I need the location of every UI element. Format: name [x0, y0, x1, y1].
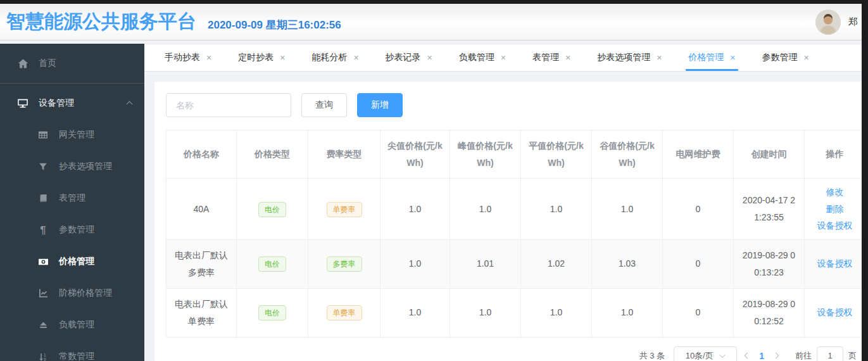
goto-unit: 页: [848, 350, 857, 361]
device-authorize-link[interactable]: 设备授权: [817, 307, 853, 317]
user-menu[interactable]: 郑: [815, 10, 858, 35]
device-authorize-link[interactable]: 设备授权: [817, 258, 853, 269]
chevron-down-icon: [719, 352, 726, 358]
price-management-panel: 查询 新增 价格名称 价格类型 费率类型 尖值价格(元/kW: [154, 82, 868, 361]
sidebar-item-label: 网关管理: [59, 129, 94, 141]
tab-price-management[interactable]: 价格管理 ×: [679, 44, 744, 71]
query-button[interactable]: 查询: [301, 93, 347, 117]
sidebar-item-device-management[interactable]: 设备管理: [0, 87, 144, 119]
cell-price-name: 40A: [167, 179, 237, 240]
tab-close-icon[interactable]: ×: [427, 53, 432, 62]
tab-reading-records[interactable]: 抄表记录 ×: [377, 44, 441, 71]
search-input[interactable]: [166, 93, 291, 117]
tab-close-icon[interactable]: ×: [565, 53, 570, 62]
tab-close-icon[interactable]: ×: [730, 53, 735, 62]
cell-rate-type: 多费率: [308, 239, 381, 288]
cell-peak-price: 1.01: [450, 239, 521, 288]
sidebar-item-parameter-management[interactable]: ¶ 参数管理: [0, 214, 144, 246]
tab-reading-options-management[interactable]: 抄表选项管理 ×: [588, 44, 670, 71]
username-text: 郑: [848, 16, 858, 28]
sidebar-item-tiered-price-management[interactable]: 阶梯价格管理: [0, 277, 144, 309]
eject-icon: [37, 320, 49, 330]
sidebar-item-load-management[interactable]: 负载管理: [0, 309, 144, 341]
tab-load-management[interactable]: 负载管理 ×: [450, 44, 515, 71]
prev-page-button[interactable]: [745, 353, 750, 358]
cell-grid-fee: 0: [663, 179, 734, 240]
sidebar-item-meter-reading-options[interactable]: 抄表选项管理: [0, 151, 144, 182]
col-peak-price: 峰值价格(元/kWh): [450, 130, 521, 179]
sidebar-item-home[interactable]: 首页: [0, 48, 144, 79]
svg-text:1: 1: [44, 352, 46, 357]
sidebar-item-meter-management[interactable]: 表管理: [0, 182, 144, 214]
tab-parameter-management[interactable]: 参数管理 ×: [753, 44, 818, 71]
add-button[interactable]: 新增: [357, 93, 403, 117]
cell-peak-price: 1.0: [450, 288, 521, 337]
tab-energy-analysis[interactable]: 能耗分析 ×: [303, 44, 367, 71]
tab-meter-management[interactable]: 表管理 ×: [524, 44, 579, 71]
col-sharp-price: 尖值价格(元/kWh): [381, 130, 450, 179]
tab-close-icon[interactable]: ×: [657, 53, 662, 62]
delete-link[interactable]: 删除: [826, 204, 844, 214]
cell-valley-price: 1.0: [592, 179, 663, 240]
cell-sharp-price: 1.0: [381, 288, 450, 337]
cell-sharp-price: 1.0: [381, 239, 450, 288]
price-table: 价格名称 价格类型 费率类型 尖值价格(元/kWh) 峰值价格(元/kWh) 平…: [166, 130, 865, 338]
app-header: 智慧能源公共服务平台 2020-09-09 星期三16:02:56 郑: [0, 4, 868, 41]
cell-sharp-price: 1.0: [381, 179, 450, 240]
cell-operations: 修改删除设备授权: [805, 179, 865, 240]
total-count: 共 3 条: [639, 350, 665, 361]
cell-price-name: 电表出厂默认多费率: [167, 239, 237, 288]
home-icon: [16, 58, 29, 69]
monitor-icon: [16, 98, 29, 109]
chevron-up-icon[interactable]: [127, 98, 132, 108]
table-row: 40A 电价 单费率 1.0 1.0 1.0 1.0 0: [167, 179, 865, 240]
col-price-name: 价格名称: [167, 130, 237, 179]
svg-text:9: 9: [44, 357, 46, 361]
sidebar-item-constant-management[interactable]: 19 常数管理: [0, 341, 144, 361]
sidebar-item-label: 常数管理: [59, 351, 94, 361]
sidebar-item-label: 阶梯价格管理: [59, 288, 112, 299]
window-right-edge: [862, 0, 868, 361]
page-size-value: 10条/页: [686, 350, 714, 361]
cell-created-at: 2020-04-17 21:23:55: [734, 179, 805, 240]
book-icon: [37, 194, 49, 203]
cell-price-name: 电表出厂默认单费率: [167, 288, 237, 337]
tab-close-icon[interactable]: ×: [280, 53, 285, 62]
table-header-row: 价格名称 价格类型 费率类型 尖值价格(元/kWh) 峰值价格(元/kWh) 平…: [167, 130, 865, 179]
rate-type-badge: 单费率: [327, 202, 362, 217]
tab-manual-reading[interactable]: 手动抄表 ×: [156, 44, 220, 71]
grid-icon: [37, 130, 49, 140]
current-page[interactable]: 1: [759, 351, 764, 361]
pagination: 共 3 条 10条/页 1 前往 页: [166, 346, 865, 361]
sort-numeric-icon: 19: [37, 352, 49, 361]
tab-bar: 手动抄表 × 定时抄表 × 能耗分析 × 抄表记录 × 负载管理 × 表管理 ×: [144, 44, 868, 72]
cell-operations: 设备授权: [805, 239, 865, 288]
col-flat-price: 平值价格(元/kWh): [521, 130, 592, 179]
col-grid-fee: 电网维护费: [663, 130, 734, 179]
cell-price-type: 电价: [237, 288, 308, 337]
edit-link[interactable]: 修改: [826, 187, 844, 197]
device-authorize-link[interactable]: 设备授权: [817, 220, 853, 231]
tab-close-icon[interactable]: ×: [804, 53, 809, 62]
goto-page-input[interactable]: [817, 346, 843, 361]
tab-scheduled-reading[interactable]: 定时抄表 ×: [229, 44, 294, 71]
next-page-button[interactable]: [774, 353, 778, 358]
cell-created-at: 2019-08-29 00:12:52: [734, 288, 805, 337]
sidebar-item-price-management[interactable]: 价格管理: [0, 246, 144, 277]
cell-flat-price: 1.0: [521, 179, 592, 240]
cell-valley-price: 1.0: [592, 288, 663, 337]
cell-rate-type: 单费率: [308, 179, 381, 240]
chart-line-icon: [37, 288, 49, 298]
sidebar-item-label: 参数管理: [59, 224, 94, 236]
cell-flat-price: 1.02: [521, 239, 592, 288]
rate-type-badge: 多费率: [327, 256, 362, 272]
tab-close-icon[interactable]: ×: [501, 53, 506, 62]
toolbar: 查询 新增: [166, 93, 865, 117]
tab-close-icon[interactable]: ×: [353, 53, 358, 62]
avatar[interactable]: [815, 10, 841, 35]
sidebar-item-gateway-management[interactable]: 网关管理: [0, 119, 144, 151]
page-size-select[interactable]: 10条/页: [674, 346, 737, 361]
tab-close-icon[interactable]: ×: [206, 53, 211, 62]
table-row: 电表出厂默认多费率 电价 多费率 1.0 1.01 1.02 1.03 0: [167, 239, 865, 288]
money-icon: [37, 256, 49, 267]
